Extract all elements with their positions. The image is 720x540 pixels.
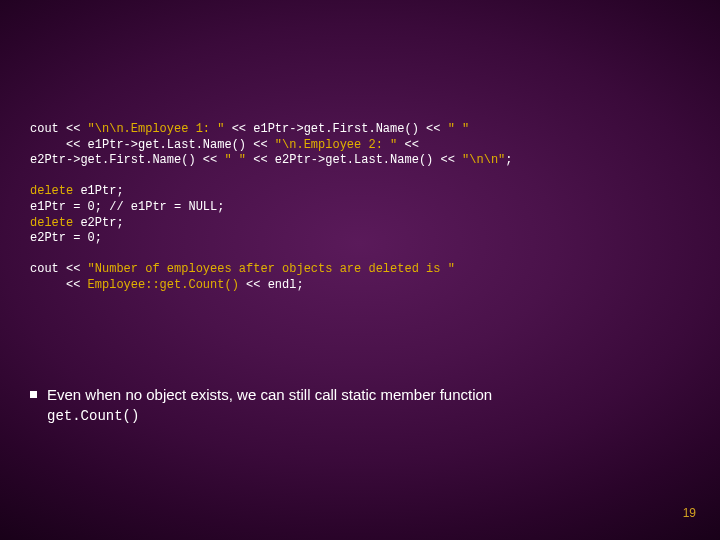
code-line: e1Ptr = 0; // e1Ptr = NULL; bbox=[30, 200, 224, 214]
bullet-section: Even when no object exists, we can still… bbox=[30, 385, 690, 426]
code-line: e2Ptr = 0; bbox=[30, 231, 102, 245]
page-number: 19 bbox=[683, 506, 696, 520]
code-line: cout << "\n\n.Employee 1: " << e1Ptr->ge… bbox=[30, 122, 469, 136]
code-line: << Employee::get.Count() << endl; bbox=[30, 278, 304, 292]
bullet-text: Even when no object exists, we can still… bbox=[47, 385, 690, 426]
bullet-marker-icon bbox=[30, 391, 37, 398]
code-line: cout << "Number of employees after objec… bbox=[30, 262, 455, 276]
code-line: e2Ptr->get.First.Name() << " " << e2Ptr-… bbox=[30, 153, 513, 167]
bullet-code: get.Count() bbox=[47, 408, 139, 424]
code-block: cout << "\n\n.Employee 1: " << e1Ptr->ge… bbox=[30, 122, 690, 294]
code-line: delete e1Ptr; bbox=[30, 184, 124, 198]
code-line: << e1Ptr->get.Last.Name() << "\n.Employe… bbox=[30, 138, 426, 152]
code-line: delete e2Ptr; bbox=[30, 216, 124, 230]
